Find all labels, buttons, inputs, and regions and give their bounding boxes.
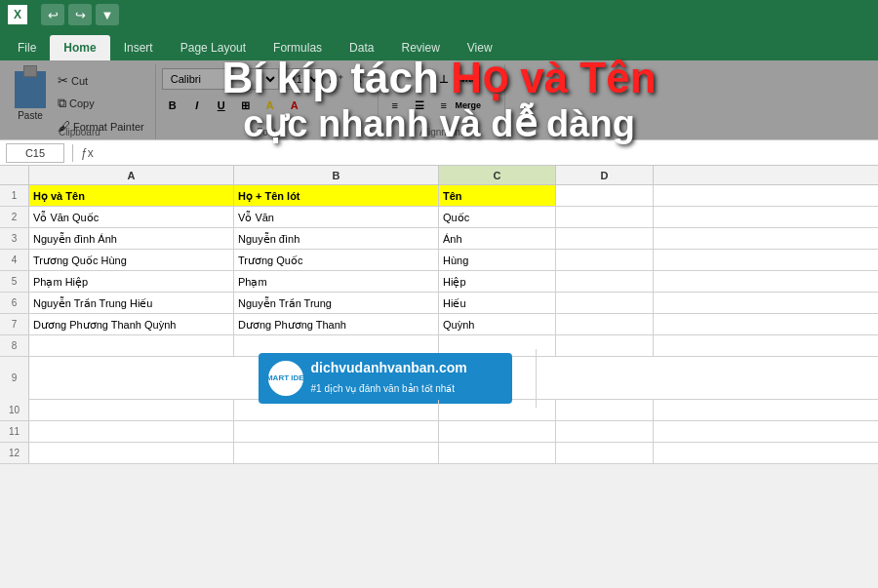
cell-c1[interactable]: Tên <box>439 185 556 206</box>
cell-logo: SMART IDEA dichvudanhvanban.com #1 dịch … <box>234 349 537 408</box>
table-row: 12 <box>0 443 878 464</box>
alignment-items: ⊤ ≡ ⊥ Wrap ≡ ☰ ≡ Merge <box>384 64 479 124</box>
fill-color-button[interactable]: A <box>259 95 281 116</box>
copy-button[interactable]: ⧉ Copy <box>53 93 149 114</box>
border-button[interactable]: ⊞ <box>235 95 257 116</box>
table-row: 7 Dương Phương Thanh Quỳnh Dương Phương … <box>0 314 878 335</box>
tab-home[interactable]: Home <box>50 35 109 60</box>
cell-d3[interactable] <box>556 228 654 249</box>
cell-a1[interactable]: Họ và Tên <box>29 185 234 206</box>
cell-b7[interactable]: Dương Phương Thanh <box>234 314 439 334</box>
tab-data[interactable]: Data <box>336 35 387 60</box>
font-format-row: B I U ⊞ A A <box>162 95 305 116</box>
increase-font-button[interactable]: A⁺ <box>326 68 347 90</box>
table-row: 9 SMART IDEA dichvudanhvanban.com #1 dịc… <box>0 357 878 400</box>
cell-b4[interactable]: Trương Quốc <box>234 250 439 270</box>
paste-button[interactable]: Paste <box>10 68 51 124</box>
font-name-select[interactable]: Calibri <box>162 68 279 90</box>
tab-view[interactable]: View <box>454 35 506 60</box>
cell-a6[interactable]: Nguyễn Trần Trung Hiếu <box>29 293 234 313</box>
bold-button[interactable]: B <box>162 95 183 116</box>
cell-a11[interactable] <box>29 421 234 442</box>
row-number: 4 <box>0 250 29 270</box>
cell-d5[interactable] <box>556 271 654 292</box>
cut-button[interactable]: ✂ Cut <box>53 70 149 91</box>
font-items: Calibri 11 A⁺ A⁻ B I U ⊞ A A <box>162 64 372 124</box>
font-size-select[interactable]: 11 <box>282 68 323 90</box>
cell-d2[interactable] <box>556 207 654 227</box>
cell-d12[interactable] <box>556 443 654 463</box>
formula-input[interactable] <box>98 143 872 163</box>
align-right-button[interactable]: ≡ <box>433 95 455 116</box>
cell-b2[interactable]: Vỗ Văn <box>234 207 439 227</box>
cell-b12[interactable] <box>234 443 439 463</box>
cell-c2[interactable]: Quốc <box>439 207 556 227</box>
cell-d6[interactable] <box>556 293 654 313</box>
cell-a7[interactable]: Dương Phương Thanh Quỳnh <box>29 314 234 334</box>
redo-button[interactable]: ↪ <box>68 4 92 25</box>
cell-c6[interactable]: Hiếu <box>439 293 556 313</box>
cell-d7[interactable] <box>556 314 654 334</box>
cell-c3[interactable]: Ánh <box>439 228 556 249</box>
cell-b1[interactable]: Họ + Tên lót <box>234 185 439 206</box>
cell-c10[interactable] <box>439 400 556 420</box>
cell-d10[interactable] <box>556 400 654 420</box>
row-num-header <box>0 166 29 184</box>
align-left-button[interactable]: ≡ <box>384 95 406 116</box>
cell-b11[interactable] <box>234 421 439 442</box>
italic-button[interactable]: I <box>186 95 208 116</box>
cell-a2[interactable]: Vỗ Văn Quốc <box>29 207 234 227</box>
cell-c4[interactable]: Hùng <box>439 250 556 270</box>
align-top-button[interactable]: ⊤ <box>384 68 406 90</box>
cell-a10[interactable] <box>29 400 234 420</box>
font-group: Calibri 11 A⁺ A⁻ B I U ⊞ A A Font <box>156 64 379 139</box>
merge-button[interactable]: Merge <box>458 95 479 116</box>
cell-a4[interactable]: Trương Quốc Hùng <box>29 250 234 270</box>
cell-a5[interactable]: Phạm Hiệp <box>29 271 234 292</box>
row-number: 5 <box>0 271 29 292</box>
row-number: 1 <box>0 185 29 206</box>
cell-a3[interactable]: Nguyễn đình Ánh <box>29 228 234 249</box>
cell-a8[interactable] <box>29 335 234 356</box>
undo-button[interactable]: ↩ <box>41 4 64 25</box>
cell-a12[interactable] <box>29 443 234 463</box>
quick-access-dropdown[interactable]: ▼ <box>96 4 119 25</box>
scissors-icon: ✂ <box>58 73 68 88</box>
align-bottom-button[interactable]: ⊥ <box>433 68 455 90</box>
cell-d1[interactable] <box>556 185 654 206</box>
fx-icon[interactable]: ƒx <box>81 146 94 160</box>
cell-b3[interactable]: Nguyễn đình <box>234 228 439 249</box>
cell-d4[interactable] <box>556 250 654 270</box>
cell-b10[interactable] <box>234 400 439 420</box>
cell-c12[interactable] <box>439 443 556 463</box>
cell-d11[interactable] <box>556 421 654 442</box>
row-number: 2 <box>0 207 29 227</box>
cell-c11[interactable] <box>439 421 556 442</box>
tab-formulas[interactable]: Formulas <box>259 35 336 60</box>
ribbon: Paste ✂ Cut ⧉ Copy 🖌 Format Painter Clip… <box>0 60 878 140</box>
cell-b5[interactable]: Phạm <box>234 271 439 292</box>
row-number: 7 <box>0 314 29 334</box>
font-color-button[interactable]: A <box>284 95 305 116</box>
cell-d8[interactable] <box>556 335 654 356</box>
tab-file[interactable]: File <box>4 35 50 60</box>
align-center-button[interactable]: ☰ <box>409 95 430 116</box>
row-number: 9 <box>0 357 29 400</box>
tab-insert[interactable]: Insert <box>110 35 167 60</box>
align-middle-button[interactable]: ≡ <box>409 68 430 90</box>
row-number: 11 <box>0 421 29 442</box>
col-header-a: A <box>29 166 234 184</box>
cell-b6[interactable]: Nguyễn Trần Trung <box>234 293 439 313</box>
cell-c7[interactable]: Quỳnh <box>439 314 556 334</box>
tab-page-layout[interactable]: Page Layout <box>167 35 259 60</box>
tab-review[interactable]: Review <box>387 35 453 60</box>
decrease-font-button[interactable]: A⁻ <box>350 68 372 90</box>
underline-button[interactable]: U <box>211 95 232 116</box>
logo-text-block: dichvudanhvanban.com #1 dịch vụ đánh văn… <box>311 357 467 400</box>
alignment-label: Alignment <box>379 127 504 137</box>
cell-c5[interactable]: Hiệp <box>439 271 556 292</box>
cell-reference-input[interactable] <box>6 143 64 163</box>
align-top-row: ⊤ ≡ ⊥ Wrap <box>384 68 479 90</box>
wrap-text-button[interactable]: Wrap <box>458 68 479 90</box>
clipboard-group: Paste ✂ Cut ⧉ Copy 🖌 Format Painter Clip… <box>4 64 156 139</box>
